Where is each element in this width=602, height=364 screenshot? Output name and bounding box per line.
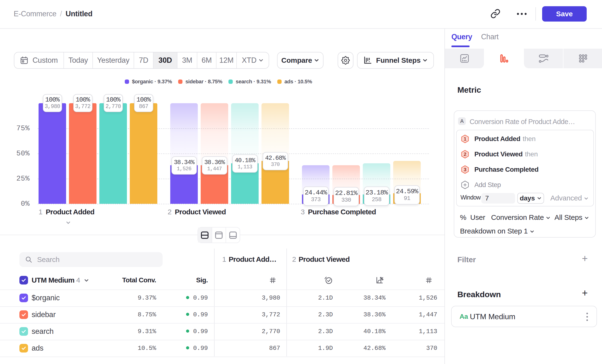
svg-text:1: 1 (463, 136, 466, 141)
svg-text:3: 3 (463, 167, 466, 172)
svg-text:2: 2 (463, 151, 466, 157)
